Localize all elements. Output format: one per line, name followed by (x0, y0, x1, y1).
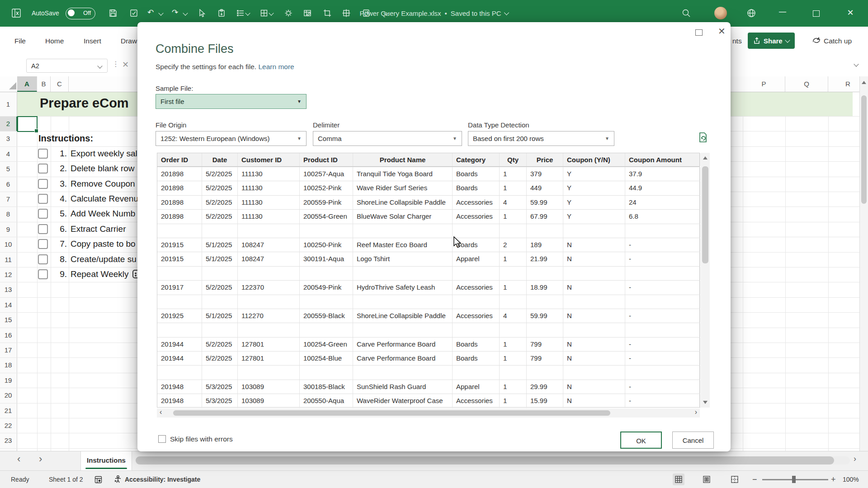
table-cell[interactable]: 5/2/2025 (202, 181, 238, 195)
redo-icon[interactable]: ↷ (172, 7, 178, 18)
table-cell[interactable]: 103089 (238, 394, 300, 408)
table-cell[interactable]: 1 (500, 210, 527, 223)
table-cell[interactable]: 24 (625, 196, 700, 209)
table-cell[interactable] (157, 323, 202, 337)
zoom-out-button[interactable]: − (752, 471, 757, 488)
ribbon-tab-home[interactable]: Home (45, 27, 64, 55)
table-cell[interactable]: 201917 (157, 281, 202, 294)
table-cell[interactable]: 1 (500, 394, 527, 408)
table-cell[interactable]: HydroThrive Safety Leash (353, 281, 453, 294)
table-cell[interactable]: 1 (500, 167, 527, 181)
table-cell[interactable]: N (563, 252, 625, 266)
table-cell[interactable] (527, 224, 563, 238)
redo-dropdown-chevron-icon[interactable] (183, 10, 188, 15)
share-button[interactable]: Share (748, 33, 795, 49)
table-cell[interactable]: Reef Master Eco Board (353, 238, 453, 252)
name-box-chevron-icon[interactable] (97, 63, 102, 68)
table-cell[interactable]: 5/2/2025 (202, 352, 238, 365)
table-cell[interactable] (563, 366, 625, 379)
table-cell[interactable]: Tranquil Tide Yoga Board (353, 167, 453, 181)
table-cell[interactable]: N (563, 394, 625, 408)
table-cell[interactable]: 127801 (238, 352, 300, 365)
table-cell[interactable] (625, 366, 700, 379)
data-type-detection-dropdown[interactable]: Based on first 200 rows ▼ (468, 131, 614, 146)
sheet-nav-next-icon[interactable]: › (39, 453, 42, 465)
column-header-p[interactable]: P (743, 76, 785, 92)
cancel-button[interactable]: Cancel (672, 432, 714, 449)
table-cell[interactable]: 201898 (157, 196, 202, 209)
table-cell[interactable]: - (625, 394, 700, 408)
table-cell[interactable] (500, 295, 527, 309)
select-all-corner[interactable] (9, 82, 16, 89)
table-cell[interactable] (353, 366, 453, 379)
table-header-cell[interactable]: Category (453, 153, 500, 166)
table-cell[interactable]: - (625, 252, 700, 266)
table-header-cell[interactable]: Coupon (Y/N) (563, 153, 625, 166)
zoom-in-button[interactable]: + (831, 471, 836, 488)
file-preview-table[interactable]: Order IDDateCustomer IDProduct IDProduct… (157, 153, 700, 408)
dialog-close-icon[interactable]: ✕ (718, 26, 726, 37)
status-accessibility[interactable]: Accessibility: Investigate (125, 471, 200, 488)
table-cell[interactable]: 1 (500, 338, 527, 351)
instruction-checkbox-2[interactable] (38, 164, 48, 174)
table-cell[interactable] (202, 267, 238, 280)
table-cell[interactable] (353, 267, 453, 280)
table-cell[interactable]: 15.99 (527, 394, 563, 408)
table-cell[interactable]: BlueWave Solar Charger (353, 210, 453, 223)
table-scroll-up-icon[interactable] (703, 156, 708, 160)
skip-files-checkbox[interactable] (158, 435, 166, 443)
paste-icon[interactable] (216, 8, 227, 19)
column-header-b[interactable]: B (37, 76, 51, 92)
table-header-cell[interactable]: Product Name (353, 153, 453, 166)
instruction-checkbox-6[interactable] (38, 224, 48, 234)
formula-cancel-icon[interactable]: ✕ (122, 60, 129, 70)
table-cell[interactable]: - (625, 238, 700, 252)
table-cell[interactable]: Accessories (453, 210, 500, 223)
catch-up-icon[interactable] (812, 36, 821, 47)
undo-icon[interactable]: ↶ (147, 7, 154, 18)
instruction-checkbox-1[interactable] (38, 149, 48, 159)
table-edit-icon[interactable] (302, 8, 313, 19)
table-cell[interactable] (453, 323, 500, 337)
name-box[interactable]: A2 (26, 59, 108, 73)
table-cell[interactable] (500, 323, 527, 337)
table-cell[interactable] (353, 295, 453, 309)
table-cell[interactable]: 111130 (238, 210, 300, 223)
table-cell[interactable] (300, 224, 353, 238)
sheet-nav-prev-icon[interactable]: ‹ (17, 453, 20, 465)
table-cell[interactable]: 379 (527, 167, 563, 181)
autosave-toggle[interactable]: Off (66, 8, 95, 19)
table-cell[interactable] (453, 366, 500, 379)
table-cell[interactable] (353, 224, 453, 238)
table-cell[interactable]: 201898 (157, 181, 202, 195)
sheet-tab-instructions[interactable]: Instructions (80, 451, 132, 470)
table-cell[interactable]: 200550-Aqua (300, 394, 353, 408)
sheet-horizontal-scrollbar[interactable] (136, 456, 850, 465)
scroll-up-icon[interactable] (862, 81, 866, 84)
table-cell[interactable]: Carve Performance Board (353, 352, 453, 365)
table-cell[interactable]: 100257-Aqua (300, 167, 353, 181)
table-cell[interactable]: 100252-Pink (300, 181, 353, 195)
table-cell[interactable]: Boards (453, 352, 500, 365)
table-cell[interactable]: - (625, 309, 700, 323)
table-cell[interactable] (527, 366, 563, 379)
table-cell[interactable]: Boards (453, 181, 500, 195)
table-cell[interactable]: 200554-Green (300, 210, 353, 223)
table-cell[interactable] (500, 267, 527, 280)
table-cell[interactable]: Accessories (453, 309, 500, 323)
page-break-view-icon[interactable] (729, 474, 741, 485)
table-cell[interactable]: 5/1/2025 (202, 252, 238, 266)
table-cell[interactable] (238, 323, 300, 337)
table-cell[interactable]: 18.99 (527, 281, 563, 294)
table-cell[interactable]: 100254-Blue (300, 352, 353, 365)
table-cell[interactable]: Y (563, 210, 625, 223)
table-cell[interactable]: 300191-Aqua (300, 252, 353, 266)
table-cell[interactable]: 59.99 (527, 309, 563, 323)
minimize-button[interactable]: — (776, 8, 789, 16)
table-cell[interactable]: 1 (500, 281, 527, 294)
table-cell[interactable]: ShoreLine Collapsible Paddle (353, 196, 453, 209)
table-cell[interactable]: Apparel (453, 380, 500, 394)
table-cell[interactable]: 799 (527, 338, 563, 351)
table-cell[interactable]: 200549-Pink (300, 281, 353, 294)
table-cell[interactable]: 37.9 (625, 167, 700, 181)
